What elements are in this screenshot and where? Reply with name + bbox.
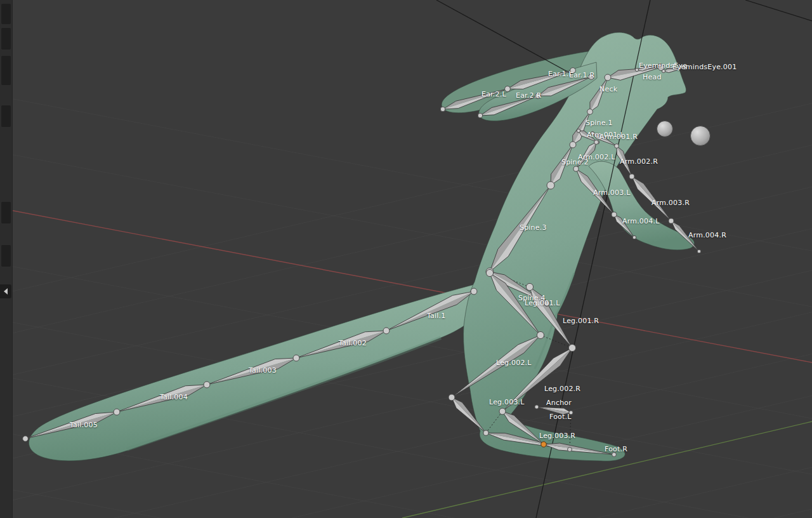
world-axes — [0, 208, 812, 518]
bone-joint[interactable] — [669, 218, 674, 223]
bone-label-leg-001-l: Leg.001.L — [525, 300, 560, 307]
toolbar-tab[interactable] — [1, 56, 11, 85]
bone-label-arm-004-r: Arm.004.R — [688, 232, 726, 239]
bone-label-foot-r: Foot.R — [605, 446, 627, 453]
bone-joint[interactable] — [577, 129, 580, 133]
bone-label-leg-003-r: Leg.003.R — [539, 432, 575, 440]
bone-label-arm-004-l: Arm.004.L — [622, 218, 660, 225]
bone-joint[interactable] — [697, 249, 701, 253]
bone-label-spine-3: Spine.3 — [520, 224, 547, 232]
bone-joint[interactable] — [293, 355, 299, 361]
bone-joint[interactable] — [526, 283, 533, 290]
panel-collapse-button[interactable] — [0, 284, 11, 298]
bone-joint[interactable] — [535, 405, 539, 409]
bone-label-leg-002-l: Leg.002.L — [496, 359, 532, 367]
bone-joint[interactable] — [383, 328, 390, 334]
bone-label-arm-002-r: Arm.002.R — [620, 158, 658, 166]
bone-joint[interactable] — [635, 68, 638, 71]
bone-label-head: Head — [643, 74, 662, 81]
toolbar-tab[interactable] — [1, 4, 11, 24]
grid-line — [0, 488, 812, 518]
bone-joint[interactable] — [23, 436, 29, 442]
bone-label-ear-1-r: Ear.1.R — [569, 72, 594, 79]
bone-joint[interactable] — [662, 69, 665, 72]
bone-label-eye-001: EyemindsEye.001 — [672, 63, 737, 71]
bone-joint[interactable] — [587, 109, 593, 115]
bone-label-neck: Neck — [599, 86, 617, 93]
bone-joint[interactable] — [440, 107, 445, 111]
left-toolbar-strip — [0, 0, 13, 518]
bone-joint[interactable] — [573, 166, 579, 171]
bone-label-arm-001-r: Arm.001.R — [599, 133, 638, 141]
bone-label-tail-004: Tail.004 — [160, 394, 188, 401]
bone-label-leg-002-r: Leg.002.R — [544, 385, 580, 393]
bone-label-tail-003: Tail.003 — [249, 367, 277, 375]
wire-line — [436, 0, 572, 74]
bone-label-ear-2-l: Ear.2.L — [481, 91, 506, 98]
bone-joint[interactable] — [547, 182, 554, 189]
bone-joint[interactable] — [471, 288, 477, 295]
bone-joint[interactable] — [568, 344, 575, 351]
bone-joint[interactable] — [629, 174, 634, 179]
bone-joint[interactable] — [486, 269, 493, 276]
bone-joint[interactable] — [568, 448, 572, 452]
bone-joint-selected[interactable] — [541, 442, 546, 447]
grid-line — [774, 509, 812, 518]
bone-label-foot-l: Foot.L — [549, 413, 572, 421]
toolbar-tab[interactable] — [1, 28, 11, 50]
scene-canvas — [0, 0, 812, 518]
bone-label-leg-003-l: Leg.003.L — [489, 399, 525, 406]
bone-label-anchor: Anchor — [546, 399, 572, 407]
chevron-left-icon — [4, 288, 8, 295]
bone-joint[interactable] — [499, 408, 506, 415]
bone-joint[interactable] — [632, 236, 636, 239]
bone-label-spine-1: Spine.1 — [586, 119, 613, 127]
bone-joint[interactable] — [478, 113, 482, 117]
bone-joint[interactable] — [615, 144, 619, 149]
bone-label-arm-003-r: Arm.003.R — [652, 199, 690, 207]
bone-label-tail-1: Tail.1 — [427, 312, 445, 320]
bone-label-ear-2-r: Ear.2.R — [516, 92, 541, 100]
wire-line — [745, 0, 812, 21]
eye-sphere-left[interactable] — [657, 121, 673, 137]
bone-joint[interactable] — [570, 142, 576, 148]
bone-label-arm-003-l: Arm.003.L — [593, 189, 631, 197]
bone-joint[interactable] — [605, 74, 611, 81]
bone-label-tail-002: Tail.002 — [339, 340, 367, 347]
bone-label-spine-2: Spine.2 — [561, 159, 589, 166]
eye-sphere-right[interactable] — [691, 126, 710, 146]
viewport-3d[interactable]: Ear.1.L Ear.1.R Ear.2.L Ear.2.R Eyeminds… — [0, 0, 812, 518]
bone-label-tail-005: Tail.005 — [70, 422, 98, 429]
bone-joint[interactable] — [449, 394, 455, 401]
bone-joint[interactable] — [204, 382, 210, 388]
toolbar-tab[interactable] — [1, 105, 11, 127]
bone-joint[interactable] — [483, 430, 488, 435]
bone-joint[interactable] — [612, 212, 617, 217]
bone-label-leg-001-r: Leg.001.R — [563, 317, 599, 325]
grid-line — [0, 152, 812, 307]
bone-joint[interactable] — [114, 409, 120, 415]
bone-joint[interactable] — [594, 140, 599, 145]
toolbar-tab[interactable] — [1, 202, 11, 223]
grid-line — [596, 467, 812, 518]
bone-joint[interactable] — [537, 331, 544, 338]
toolbar-tab[interactable] — [1, 245, 11, 267]
